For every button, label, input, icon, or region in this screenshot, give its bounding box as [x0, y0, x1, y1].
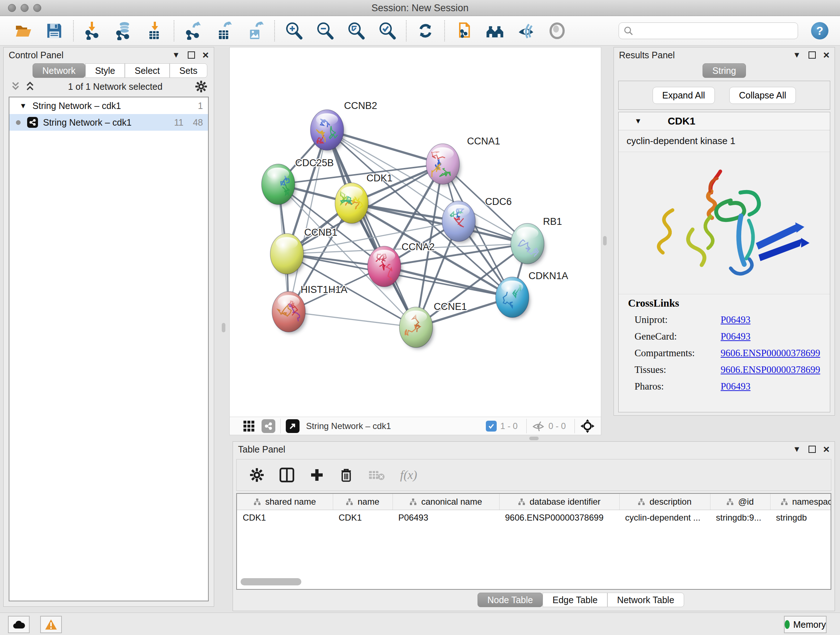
help-button[interactable]: ?: [811, 22, 829, 40]
network-node-rb1[interactable]: RB1: [511, 216, 562, 265]
table-row[interactable]: CDK1CDK1P064939606.ENSP00000378699cyclin…: [237, 510, 831, 526]
refresh-button[interactable]: [416, 21, 435, 40]
network-node-hist1h1a[interactable]: HIST1H1A: [272, 284, 347, 333]
network-node-ccnb1[interactable]: CCNB1: [270, 227, 338, 276]
search-input[interactable]: [633, 26, 789, 36]
birds-eye-icon[interactable]: [580, 418, 595, 434]
hidden-eye-icon[interactable]: [532, 421, 545, 432]
left-splitter-handle[interactable]: [222, 323, 225, 333]
maximize-panel-icon[interactable]: [188, 51, 195, 59]
close-panel-icon[interactable]: ×: [823, 443, 829, 455]
zoom-in-button[interactable]: [284, 21, 303, 40]
tab-network[interactable]: Network: [33, 63, 85, 78]
crosslink-value-link[interactable]: 9606.ENSP00000378699: [721, 364, 820, 375]
float-panel-icon[interactable]: ▼: [793, 445, 801, 454]
network-canvas[interactable]: CCNB2CCNA1CDC25BCDK1CDC6RB1CCNB1CCNA2CDK…: [230, 48, 602, 415]
table-cell[interactable]: cyclin-dependent ...: [619, 510, 710, 526]
zoom-selected-button[interactable]: [378, 21, 396, 40]
tab-edge-table[interactable]: Edge Table: [543, 593, 607, 607]
scrollbar-thumb[interactable]: [240, 578, 302, 585]
network-row[interactable]: String Network – cdk1 11 48: [9, 114, 208, 131]
table-cell[interactable]: stringdb:9...: [710, 510, 770, 526]
collapse-triangle-icon[interactable]: ▼: [635, 117, 642, 125]
crosslink-value-link[interactable]: P06493: [721, 331, 751, 342]
close-panel-icon[interactable]: ×: [823, 49, 829, 61]
cloud-button[interactable]: [8, 616, 30, 633]
maximize-panel-icon[interactable]: [808, 446, 816, 453]
eye-button[interactable]: [548, 21, 567, 40]
export-table-button[interactable]: [215, 21, 234, 40]
grid-view-icon[interactable]: [243, 420, 255, 432]
export-image-button[interactable]: [246, 21, 265, 40]
crosslink-value-link[interactable]: P06493: [721, 314, 751, 325]
open-session-button[interactable]: [14, 21, 33, 40]
column-header[interactable]: namespac: [770, 494, 831, 510]
collapse-all-icon[interactable]: [10, 80, 21, 93]
network-edge[interactable]: [352, 203, 527, 244]
network-node-ccnb2[interactable]: CCNB2: [310, 100, 377, 152]
column-header[interactable]: shared name: [237, 494, 333, 510]
network-node-cdkn1a[interactable]: CDKN1A: [496, 271, 568, 319]
import-network-icon: [84, 22, 102, 40]
column-header[interactable]: canonical name: [393, 494, 499, 510]
crosslink-value-link[interactable]: 9606.ENSP00000378699: [721, 348, 820, 359]
table-cell[interactable]: stringdb: [770, 510, 831, 526]
tab-string[interactable]: String: [703, 63, 745, 78]
crosslink-label: GeneCard:: [628, 331, 721, 342]
import-network-from-database-button[interactable]: [114, 21, 133, 40]
column-header[interactable]: description: [619, 494, 710, 510]
table-cell[interactable]: CDK1: [333, 510, 393, 526]
table-horizontal-scrollbar[interactable]: [239, 578, 829, 587]
node-result-header[interactable]: ▼ CDK1: [619, 112, 830, 130]
network-share-icon[interactable]: [262, 419, 275, 433]
tab-network-table[interactable]: Network Table: [607, 593, 684, 607]
expand-all-button[interactable]: Expand All: [653, 87, 715, 104]
warnings-button[interactable]: [40, 616, 62, 633]
gear-icon[interactable]: [249, 468, 264, 482]
tab-sets[interactable]: Sets: [170, 63, 207, 78]
collapse-all-button[interactable]: Collapse All: [729, 87, 796, 104]
memory-button[interactable]: Memory: [784, 616, 827, 633]
tab-select[interactable]: Select: [125, 63, 169, 78]
refresh-icon: [416, 22, 434, 40]
export-network-button[interactable]: [184, 21, 202, 40]
open-in-window-icon[interactable]: [286, 419, 300, 433]
save-session-button[interactable]: [45, 21, 64, 40]
crosslink-value-link[interactable]: P06493: [721, 381, 751, 392]
node-label: CDC25B: [295, 157, 334, 168]
selected-nodes-checkbox[interactable]: [486, 421, 497, 432]
column-header[interactable]: name: [333, 494, 393, 510]
gear-icon[interactable]: [195, 80, 207, 93]
tab-style[interactable]: Style: [85, 63, 125, 78]
float-panel-icon[interactable]: ▼: [793, 50, 801, 60]
expand-all-icon[interactable]: [25, 80, 35, 93]
hidden-count: 0 - 0: [548, 421, 566, 431]
table-cell[interactable]: 9606.ENSP00000378699: [499, 510, 619, 526]
right-splitter-handle[interactable]: [603, 236, 607, 245]
column-header[interactable]: @id: [710, 494, 770, 510]
zoom-out-button[interactable]: [316, 21, 334, 40]
collapse-triangle-icon[interactable]: ▼: [19, 102, 27, 110]
network-collection-row[interactable]: ▼ String Network – cdk1 1: [9, 97, 208, 114]
trash-icon[interactable]: [339, 467, 353, 483]
float-panel-icon[interactable]: ▼: [172, 50, 180, 60]
add-icon[interactable]: [309, 468, 324, 482]
maximize-panel-icon[interactable]: [808, 51, 816, 59]
home-view-button[interactable]: [485, 21, 504, 40]
network-node-ccne1[interactable]: CCNE1: [399, 301, 467, 349]
hide-unhide-button[interactable]: [516, 21, 535, 40]
import-network-button[interactable]: [83, 21, 102, 40]
tab-node-table[interactable]: Node Table: [477, 593, 543, 607]
show-columns-icon[interactable]: [279, 467, 294, 483]
share-document-button[interactable]: [454, 21, 473, 40]
table-cell[interactable]: CDK1: [237, 510, 333, 526]
network-node-ccna1[interactable]: CCNA1: [426, 136, 500, 186]
import-table-button[interactable]: [145, 21, 164, 40]
network-edge[interactable]: [327, 130, 416, 327]
table-cell[interactable]: P06493: [393, 510, 499, 526]
close-panel-icon[interactable]: ×: [202, 49, 209, 61]
column-header[interactable]: database identifier: [499, 494, 619, 510]
zoom-fit-button[interactable]: [347, 21, 365, 40]
network-edge[interactable]: [289, 312, 416, 327]
horizontal-splitter-handle[interactable]: [529, 437, 538, 440]
